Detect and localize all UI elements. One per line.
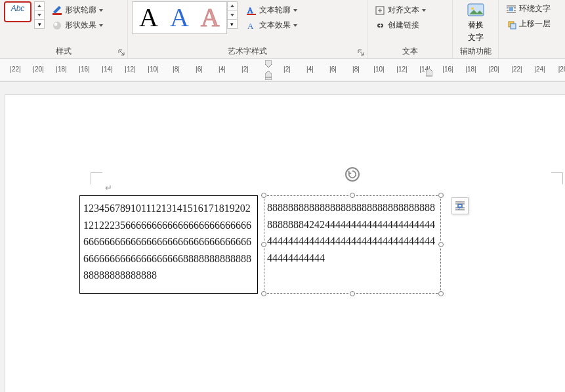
shape-effects-label: 形状效果 <box>65 20 96 31</box>
wordart-gallery-nav: ▾ <box>227 1 238 29</box>
group-title-shape-styles: 样式 <box>4 45 123 58</box>
align-text-button[interactable]: 对齐文本 <box>371 3 429 18</box>
alt-text-label-1: 替换 <box>468 20 484 31</box>
bring-forward-label: 上移一层 <box>519 18 551 29</box>
layout-options-icon <box>454 200 466 212</box>
gallery-more-button[interactable]: ▾ <box>34 20 45 29</box>
wordart-sample-1[interactable]: A <box>139 5 158 31</box>
gallery-down-button[interactable] <box>227 10 238 20</box>
svg-rect-14 <box>265 77 272 80</box>
document-page[interactable]: ↵ 12345678910111213141516171819202121222… <box>5 95 565 392</box>
wrap-text-button[interactable]: 环绕文字 <box>503 1 554 16</box>
layout-options-button[interactable] <box>451 197 469 214</box>
resize-handle-sw[interactable] <box>261 291 266 296</box>
resize-handle-ne[interactable] <box>438 193 444 198</box>
svg-text:A: A <box>247 6 253 15</box>
group-wordart-styles: A A A ▾ A 文本轮廓 <box>128 0 367 58</box>
svg-rect-0 <box>52 13 62 15</box>
bring-forward-icon <box>506 19 516 29</box>
hanging-indent-marker[interactable] <box>265 71 272 80</box>
shape-outline-label: 形状轮廓 <box>65 5 96 16</box>
group-title-arrange <box>503 47 561 58</box>
ruler-right[interactable]: |2||4||6||8||10||12||14||16||18||20||22|… <box>276 61 565 73</box>
gallery-more-button[interactable]: ▾ <box>227 20 238 29</box>
svg-marker-13 <box>265 71 272 77</box>
text-effects-label: 文本效果 <box>259 20 291 31</box>
svg-text:A: A <box>247 21 254 31</box>
group-arrange: 环绕文字 上移一层 <box>499 0 565 58</box>
bring-forward-button[interactable]: 上移一层 <box>503 16 554 31</box>
svg-point-2 <box>54 22 58 26</box>
resize-handle-nw[interactable] <box>261 193 266 198</box>
svg-point-8 <box>471 7 474 10</box>
wordart-sample-2[interactable]: A <box>170 5 189 31</box>
textbox-right[interactable]: 8888888888888888888888888888888888888884… <box>264 195 441 294</box>
svg-rect-9 <box>509 7 513 11</box>
textbox-right-content: 8888888888888888888888888888888888888884… <box>267 202 435 264</box>
wordart-sample-3[interactable]: A <box>201 5 220 31</box>
link-icon <box>375 20 385 31</box>
text-outline-label: 文本轮廓 <box>259 5 291 16</box>
group-text: 对齐文本 创建链接 文本 <box>367 0 453 58</box>
wordart-gallery[interactable]: A A A <box>132 1 227 34</box>
dialog-launcher-shape-styles[interactable] <box>117 48 126 57</box>
gallery-up-button[interactable] <box>227 1 238 10</box>
chevron-down-icon <box>99 9 103 12</box>
resize-handle-e[interactable] <box>438 242 444 247</box>
shape-style-sample[interactable]: Abc <box>4 1 31 22</box>
alt-text-button[interactable]: 替换 文字 <box>463 1 489 45</box>
svg-rect-4 <box>247 14 256 15</box>
shape-effects-button[interactable]: 形状效果 <box>49 18 106 33</box>
chevron-down-icon <box>99 24 103 27</box>
pen-icon <box>52 5 62 16</box>
group-shape-styles: Abc ▾ 形状轮廓 <box>0 0 128 58</box>
align-text-icon <box>375 5 385 16</box>
margin-corner-tr <box>551 172 563 184</box>
dialog-launcher-wordart[interactable] <box>356 48 366 57</box>
create-link-button[interactable]: 创建链接 <box>371 18 429 33</box>
gallery-down-button[interactable] <box>34 10 45 20</box>
group-title-wordart: 艺术字样式 <box>132 45 363 58</box>
svg-point-1 <box>53 22 61 29</box>
group-title-text: 文本 <box>371 45 448 58</box>
chevron-down-icon <box>293 9 297 12</box>
ribbon: Abc ▾ 形状轮廓 <box>0 0 565 59</box>
resize-handle-w[interactable] <box>261 242 266 247</box>
text-outline-button[interactable]: A 文本轮廓 <box>243 3 301 18</box>
right-indent-marker[interactable] <box>426 68 432 77</box>
gallery-up-button[interactable] <box>34 1 45 10</box>
text-outline-icon: A <box>246 5 257 16</box>
ruler-left[interactable]: |22||20||18||16||14||12||10||8||6||4||2| <box>4 61 257 73</box>
resize-handle-s[interactable] <box>350 291 355 296</box>
create-link-label: 创建链接 <box>388 20 419 31</box>
rotation-handle[interactable] <box>345 167 360 182</box>
shape-style-gallery-nav: ▾ <box>34 1 45 29</box>
page-area: ↵ 12345678910111213141516171819202121222… <box>0 81 565 392</box>
group-accessibility: 替换 文字 辅助功能 <box>453 0 499 58</box>
alt-text-icon <box>467 3 485 18</box>
effects-icon <box>52 20 62 31</box>
svg-marker-12 <box>265 60 272 68</box>
alt-text-label-2: 文字 <box>468 32 484 43</box>
paragraph-mark: ↵ <box>105 183 112 193</box>
svg-marker-15 <box>426 68 432 76</box>
chevron-down-icon <box>422 9 426 12</box>
textbox-left[interactable]: 1234567891011121314151617181920212122235… <box>79 195 258 294</box>
chevron-down-icon <box>293 24 297 27</box>
group-title-accessibility: 辅助功能 <box>457 45 494 58</box>
resize-handle-se[interactable] <box>438 291 444 296</box>
margin-corner-tl <box>91 172 102 184</box>
text-effects-icon: A <box>246 20 257 31</box>
shape-outline-button[interactable]: 形状轮廓 <box>49 3 106 18</box>
resize-handle-n[interactable] <box>350 193 355 198</box>
svg-rect-11 <box>511 24 516 29</box>
align-text-label: 对齐文本 <box>388 5 419 16</box>
wrap-text-label: 环绕文字 <box>519 3 551 14</box>
ruler-area: |22||20||18||16||14||12||10||8||6||4||2|… <box>0 59 565 81</box>
text-effects-button[interactable]: A 文本效果 <box>243 18 301 33</box>
wrap-text-icon <box>506 4 516 14</box>
textbox-left-content: 1234567891011121314151617181920212122235… <box>83 203 251 281</box>
